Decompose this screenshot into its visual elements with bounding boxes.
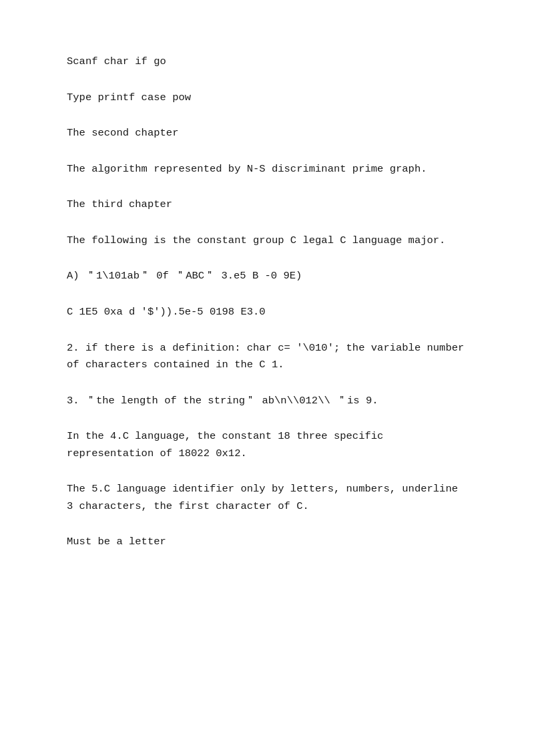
paragraph-block5: The third chapter xyxy=(67,196,467,214)
paragraph-block2: Type printf case pow xyxy=(67,89,467,107)
content-block-block6: The following is the constant group C le… xyxy=(67,232,467,250)
content-block-block12: The 5.C language identifier only by lett… xyxy=(67,481,467,515)
content-block-block13: Must be a letter xyxy=(67,534,467,551)
paragraph-block13: Must be a letter xyxy=(67,534,467,551)
content-block-block2: Type printf case pow xyxy=(67,89,467,107)
paragraph-block12: The 5.C language identifier only by lett… xyxy=(67,481,467,515)
paragraph-block3: The second chapter xyxy=(67,125,467,142)
paragraph-block10: 3. ＂the length of the string＂ ab\n\\012\… xyxy=(67,393,467,410)
content-block-block9: 2. if there is a definition: char c= '\0… xyxy=(67,340,467,374)
paragraph-block9: 2. if there is a definition: char c= '\0… xyxy=(67,340,467,374)
paragraph-block6: The following is the constant group C le… xyxy=(67,232,467,250)
paragraph-block11: In the 4.C language, the constant 18 thr… xyxy=(67,428,467,462)
content-block-block7: A) ＂1\101ab＂ 0f ＂ABC＂ 3.e5 B -0 9E) xyxy=(67,268,467,285)
paragraph-block4: The algorithm represented by N-S discrim… xyxy=(67,161,467,178)
content-block-block11: In the 4.C language, the constant 18 thr… xyxy=(67,428,467,462)
paragraph-block1: Scanf char if go xyxy=(67,53,467,71)
content-block-block1: Scanf char if go xyxy=(67,53,467,71)
content-block-block3: The second chapter xyxy=(67,125,467,142)
content-block-block10: 3. ＂the length of the string＂ ab\n\\012\… xyxy=(67,393,467,410)
content-block-block8: C 1E5 0xa d '$')).5e-5 0198 E3.0 xyxy=(67,304,467,321)
page-content: Scanf char if goType printf case powThe … xyxy=(67,53,467,551)
paragraph-block8: C 1E5 0xa d '$')).5e-5 0198 E3.0 xyxy=(67,304,467,321)
content-block-block5: The third chapter xyxy=(67,196,467,214)
paragraph-block7: A) ＂1\101ab＂ 0f ＂ABC＂ 3.e5 B -0 9E) xyxy=(67,268,467,285)
content-block-block4: The algorithm represented by N-S discrim… xyxy=(67,161,467,178)
